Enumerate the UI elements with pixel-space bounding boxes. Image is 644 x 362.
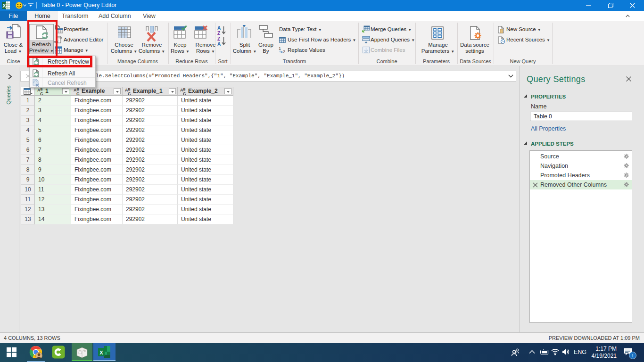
svg-text:1: 1 [631, 353, 634, 358]
svg-text:Z: Z [217, 31, 220, 35]
svg-text:A: A [217, 25, 221, 31]
svg-text:X: X [99, 350, 103, 355]
svg-text:X: X [2, 3, 6, 8]
svg-text:2: 2 [283, 49, 285, 54]
svg-text:1: 1 [279, 46, 281, 51]
svg-text:Z: Z [217, 36, 220, 41]
svg-text:A: A [217, 41, 221, 46]
